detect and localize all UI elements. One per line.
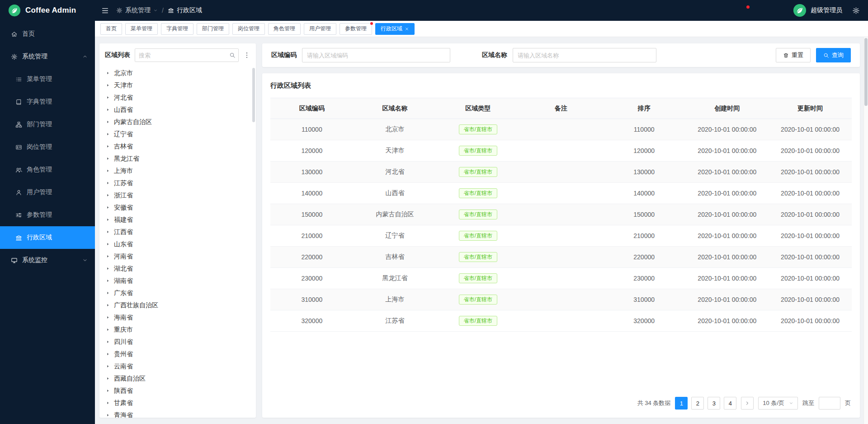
caret-right-icon[interactable] [106, 169, 110, 173]
caret-right-icon[interactable] [106, 230, 110, 234]
query-button[interactable]: 查询 [816, 48, 851, 62]
table-row[interactable]: 220000 吉林省 省市/直辖市 220000 2020-10-01 00:0… [270, 247, 852, 268]
caret-right-icon[interactable] [106, 401, 110, 405]
sidebar-item[interactable]: 字典管理 [0, 91, 95, 113]
caret-right-icon[interactable] [106, 413, 110, 417]
caret-right-icon[interactable] [106, 279, 110, 283]
tree-item-region[interactable]: 四川省 [99, 336, 256, 348]
tree-item-region[interactable]: 福建省 [99, 214, 256, 226]
tree-item-region[interactable]: 北京市 [99, 67, 256, 79]
tree-item-region[interactable]: 西藏自治区 [99, 372, 256, 385]
tab[interactable]: 角色管理 [268, 23, 301, 35]
caret-right-icon[interactable] [106, 389, 110, 393]
jump-page-input[interactable] [819, 397, 840, 410]
caret-right-icon[interactable] [106, 291, 110, 295]
tab[interactable]: 字典管理 [161, 23, 193, 35]
tabbar-tool-icon[interactable] [856, 25, 863, 32]
tree-item-region[interactable]: 陕西省 [99, 385, 256, 397]
table-row[interactable]: 230000 黑龙江省 省市/直辖市 230000 2020-10-01 00:… [270, 268, 852, 289]
tree-item-region[interactable]: 河北省 [99, 91, 256, 104]
tab[interactable]: 行政区域 [375, 23, 415, 35]
caret-right-icon[interactable] [106, 364, 110, 368]
tab[interactable]: 菜单管理 [125, 23, 158, 35]
sidebar-item[interactable]: 岗位管理 [0, 136, 95, 158]
region-name-input[interactable] [513, 48, 656, 62]
tab[interactable]: 参数管理 [340, 23, 372, 35]
tree-item-region[interactable]: 内蒙古自治区 [99, 116, 256, 128]
tree-item-region[interactable]: 天津市 [99, 79, 256, 91]
tree-item-region[interactable]: 上海市 [99, 165, 256, 177]
table-row[interactable]: 210000 辽宁省 省市/直辖市 210000 2020-10-01 00:0… [270, 225, 852, 247]
caret-right-icon[interactable] [106, 254, 110, 258]
menu-collapse-icon[interactable] [101, 7, 109, 14]
tree-item-region[interactable]: 重庆市 [99, 324, 256, 336]
tree-item-region[interactable]: 江苏省 [99, 177, 256, 189]
tree-item-region[interactable]: 云南省 [99, 360, 256, 372]
tabbar-tool-icon[interactable] [825, 25, 832, 32]
tree-item-region[interactable]: 江西省 [99, 226, 256, 238]
caret-right-icon[interactable] [106, 132, 110, 136]
sidebar-item[interactable]: 部门管理 [0, 113, 95, 136]
table-row[interactable]: 130000 河北省 省市/直辖市 130000 2020-10-01 00:0… [270, 162, 852, 183]
table-row[interactable]: 150000 内蒙古自治区 省市/直辖市 150000 2020-10-01 0… [270, 204, 852, 225]
caret-right-icon[interactable] [106, 205, 110, 210]
tool-icon[interactable] [758, 7, 765, 14]
caret-right-icon[interactable] [106, 315, 110, 319]
tool-icon[interactable] [775, 7, 783, 14]
tree-search-button[interactable] [226, 49, 238, 62]
tree-item-region[interactable]: 甘肃省 [99, 397, 256, 409]
tree-item-region[interactable]: 广西壮族自治区 [99, 299, 256, 311]
more-options-icon[interactable] [243, 52, 250, 59]
tree-item-region[interactable]: 吉林省 [99, 140, 256, 152]
tree-item-region[interactable]: 青海省 [99, 409, 256, 418]
table-row[interactable]: 140000 山西省 省市/直辖市 140000 2020-10-01 00:0… [270, 183, 852, 204]
caret-right-icon[interactable] [106, 193, 110, 197]
caret-right-icon[interactable] [106, 71, 110, 75]
sidebar-item[interactable]: 首页 [0, 23, 95, 45]
table-tool-icon[interactable] [812, 82, 819, 89]
tree-item-region[interactable]: 湖北省 [99, 262, 256, 275]
tree-item-region[interactable]: 山东省 [99, 238, 256, 250]
tool-icon[interactable] [722, 7, 730, 14]
sidebar-item[interactable]: 菜单管理 [0, 68, 95, 91]
page-scrollbar-thumb[interactable] [864, 38, 868, 106]
next-page-button[interactable] [741, 397, 754, 410]
sidebar-item[interactable]: 行政区域 [0, 226, 95, 249]
table-row[interactable]: 320000 江苏省 省市/直辖市 320000 2020-10-01 00:0… [270, 310, 852, 332]
caret-right-icon[interactable] [106, 267, 110, 271]
tree-item-region[interactable]: 浙江省 [99, 189, 256, 201]
caret-right-icon[interactable] [106, 242, 110, 246]
page-button[interactable]: 2 [691, 397, 704, 410]
sidebar-item[interactable]: 系统监控 [0, 249, 95, 272]
sidebar-item[interactable]: 参数管理 [0, 204, 95, 226]
tree-scrollbar-thumb[interactable] [252, 68, 255, 122]
caret-right-icon[interactable] [106, 352, 110, 356]
caret-right-icon[interactable] [106, 108, 110, 112]
caret-right-icon[interactable] [106, 218, 110, 222]
close-icon[interactable] [405, 27, 409, 31]
tree-item-region[interactable]: 广东省 [99, 287, 256, 299]
sidebar-item[interactable]: 系统管理 [0, 45, 95, 68]
reset-button[interactable]: 重置 [776, 48, 811, 62]
caret-right-icon[interactable] [106, 83, 110, 87]
tree-search-input[interactable] [135, 52, 226, 59]
tree-item-region[interactable]: 湖南省 [99, 275, 256, 287]
tree-item-region[interactable]: 山西省 [99, 104, 256, 116]
caret-right-icon[interactable] [106, 120, 110, 124]
page-button[interactable]: 4 [724, 397, 736, 410]
caret-right-icon[interactable] [106, 95, 110, 100]
caret-right-icon[interactable] [106, 328, 110, 332]
caret-right-icon[interactable] [106, 376, 110, 381]
tree-item-region[interactable]: 安徽省 [99, 201, 256, 214]
tab[interactable]: 用户管理 [304, 23, 336, 35]
tab[interactable]: 岗位管理 [232, 23, 265, 35]
table-row[interactable]: 110000 北京市 省市/直辖市 110000 2020-10-01 00:0… [270, 119, 852, 140]
tab[interactable]: 首页 [100, 23, 122, 35]
caret-right-icon[interactable] [106, 157, 110, 161]
user-menu[interactable]: 超级管理员 [793, 4, 842, 17]
page-button[interactable]: 3 [708, 397, 720, 410]
tool-icon[interactable] [740, 7, 748, 14]
sidebar-item[interactable]: 角色管理 [0, 158, 95, 181]
breadcrumb-root[interactable]: 系统管理 [116, 6, 158, 14]
tree-item-region[interactable]: 黑龙江省 [99, 152, 256, 165]
